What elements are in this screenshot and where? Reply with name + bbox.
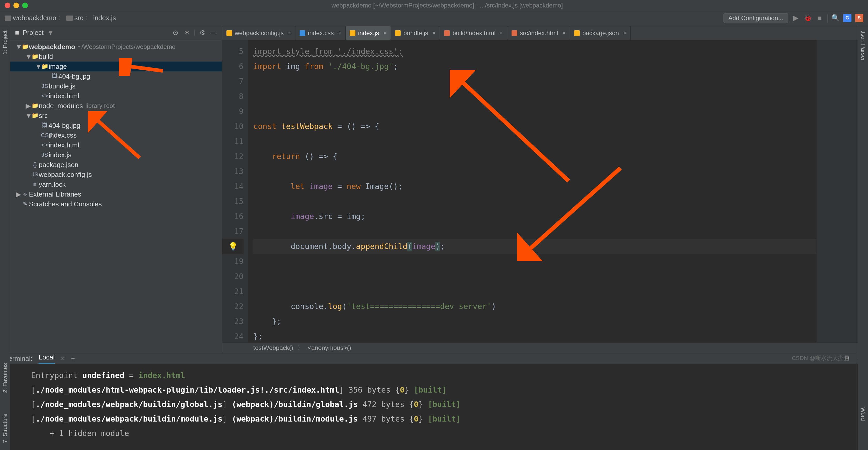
code-line[interactable] (253, 194, 816, 209)
code-line[interactable]: document.body.appendChild(image); (253, 239, 816, 254)
favorites-tool-label[interactable]: 2: Favorites (2, 363, 8, 393)
tree-item[interactable]: ▼📁src (10, 111, 222, 121)
editor-tab[interactable]: index.css× (296, 26, 346, 40)
code-line[interactable]: import style from './index.css'; (253, 44, 816, 59)
close-icon[interactable]: × (623, 30, 626, 36)
code-line[interactable] (253, 89, 816, 104)
run-icon[interactable]: ▶ (792, 14, 800, 22)
crumb-fn[interactable]: testWebpack() (253, 344, 293, 352)
tree-item[interactable]: <>index.html (10, 91, 222, 101)
close-icon[interactable]: × (500, 30, 503, 36)
tree-item[interactable]: ▶⎆External Libraries (10, 189, 222, 199)
code-line[interactable]: image.src = img; (253, 209, 816, 224)
tab-label: index.css (308, 29, 334, 37)
tree-arrow-icon[interactable]: ▼ (25, 52, 31, 62)
chevron-right-icon: 〉 (297, 344, 304, 352)
tab-label: package.json (582, 29, 619, 37)
editor-gutter: 567891011121314151617💡19202122232425 (222, 40, 248, 342)
code-line[interactable]: }; (253, 329, 816, 342)
tree-arrow-icon[interactable]: ▼ (35, 62, 41, 71)
terminal-panel: Terminal: Local × + ⚙ — Entrypoint undef… (0, 353, 868, 434)
breadcrumb-root[interactable]: webpackdemo (13, 14, 56, 22)
tree-item[interactable]: 🖼404-bg.jpg (10, 121, 222, 130)
code-line[interactable] (253, 254, 816, 269)
minimize-window-icon[interactable] (13, 3, 19, 8)
search-icon[interactable]: 🔍 (831, 14, 840, 22)
tree-item[interactable]: JSwebpack.config.js (10, 170, 222, 179)
editor-tab[interactable]: webpack.config.js× (222, 26, 296, 40)
code-line[interactable]: }; (253, 314, 816, 329)
terminal-output[interactable]: Entrypoint undefined = index.html[./node… (0, 364, 868, 445)
gear-icon[interactable]: ⚙ (198, 29, 206, 37)
code-line[interactable]: console.log('test===============dev serv… (253, 299, 816, 314)
editor-tab[interactable]: index.js× (346, 26, 391, 40)
word-tool-label[interactable]: Word (860, 407, 866, 421)
debug-icon[interactable]: 🐞 (804, 14, 812, 22)
tree-item[interactable]: ≡yarn.lock (10, 179, 222, 189)
tree-item[interactable]: ▶📁node_moduleslibrary root (10, 101, 222, 111)
editor-tabstrip[interactable]: webpack.config.js×index.css×index.js×bun… (222, 25, 868, 40)
add-configuration-button[interactable]: Add Configuration... (723, 13, 788, 23)
tree-item[interactable]: JSindex.js (10, 150, 222, 160)
hide-icon[interactable]: — (210, 29, 217, 37)
code-line[interactable] (253, 74, 816, 89)
tree-label: 404-bg.jpg (58, 71, 90, 81)
close-icon[interactable]: × (338, 30, 341, 36)
tree-item[interactable]: CSSindex.css (10, 130, 222, 140)
tree-item[interactable]: {}package.json (10, 160, 222, 170)
tree-arrow-icon[interactable]: ▼ (25, 111, 31, 121)
code-line[interactable]: return () => { (253, 149, 816, 164)
close-icon[interactable]: × (383, 30, 387, 36)
close-icon[interactable]: × (432, 30, 436, 36)
breadcrumb-file[interactable]: index.js (93, 14, 116, 22)
tab-label: src/index.html (520, 29, 558, 37)
crumb-anon[interactable]: <anonymous>() (308, 344, 351, 352)
tree-arrow-icon[interactable]: ▶ (25, 101, 31, 111)
close-icon[interactable]: × (61, 355, 65, 363)
tree-item[interactable]: ▼📁image (10, 62, 222, 71)
tree-item[interactable]: ✎Scratches and Consoles (10, 199, 222, 209)
code-line[interactable] (253, 269, 816, 284)
close-icon[interactable]: × (562, 30, 565, 36)
editor-tab[interactable]: bundle.js× (391, 26, 440, 40)
code-line[interactable] (253, 224, 816, 239)
json-parser-tool-label[interactable]: Json Parser (860, 31, 866, 61)
tree-arrow-icon[interactable]: ▼ (16, 42, 21, 52)
file-tree[interactable]: ▼📁webpackdemo~/WebstormProjects/webpackd… (10, 40, 222, 353)
tree-item[interactable]: JSbundle.js (10, 81, 222, 91)
code-line[interactable] (253, 284, 816, 299)
code-line[interactable] (253, 164, 816, 179)
main-toolbar: webpackdemo 〉 src 〉 index.js Add Configu… (0, 11, 868, 25)
zoom-window-icon[interactable] (22, 3, 28, 8)
editor-tab[interactable]: src/index.html× (507, 26, 570, 40)
file-icon: CSS (41, 130, 49, 140)
structure-tool-label[interactable]: 7: Structure (2, 414, 8, 443)
code-line[interactable]: const testWebpack = () => { (253, 119, 816, 134)
breadcrumb-dir[interactable]: src (74, 14, 84, 22)
select-opened-icon[interactable]: ⊙ (172, 29, 179, 37)
close-window-icon[interactable] (5, 3, 10, 8)
editor-tab[interactable]: build/index.html× (440, 26, 507, 40)
breadcrumb[interactable]: webpackdemo 〉 src 〉 index.js (5, 13, 116, 23)
sidebar-title[interactable]: Project (23, 29, 44, 37)
code-line[interactable] (253, 104, 816, 119)
code-line[interactable]: let image = new Image(); (253, 179, 816, 194)
project-tool-label[interactable]: 1: Project (2, 31, 8, 55)
code-line[interactable]: import img from './404-bg.jpg'; (253, 59, 816, 74)
code-line[interactable] (253, 134, 816, 149)
editor-tab[interactable]: package.json× (570, 26, 631, 40)
tree-item[interactable]: ▼📁build (10, 52, 222, 62)
tree-item[interactable]: ▼📁webpackdemo~/WebstormProjects/webpackd… (10, 42, 222, 52)
expand-all-icon[interactable]: ✶ (183, 29, 191, 37)
tree-item[interactable]: 🖼404-bg.jpg (10, 71, 222, 81)
file-icon: 🖼 (41, 121, 49, 130)
tree-item[interactable]: <>index.html (10, 140, 222, 150)
editor-code[interactable]: import style from './index.css';import i… (248, 40, 816, 342)
terminal-tab-local[interactable]: Local (38, 353, 55, 364)
google-icon[interactable]: G (843, 14, 851, 22)
stackoverflow-icon[interactable]: S (855, 14, 863, 22)
add-terminal-icon[interactable]: + (71, 355, 75, 363)
stop-icon[interactable]: ■ (815, 14, 824, 22)
tree-arrow-icon[interactable]: ▶ (16, 189, 21, 199)
close-icon[interactable]: × (288, 30, 291, 36)
